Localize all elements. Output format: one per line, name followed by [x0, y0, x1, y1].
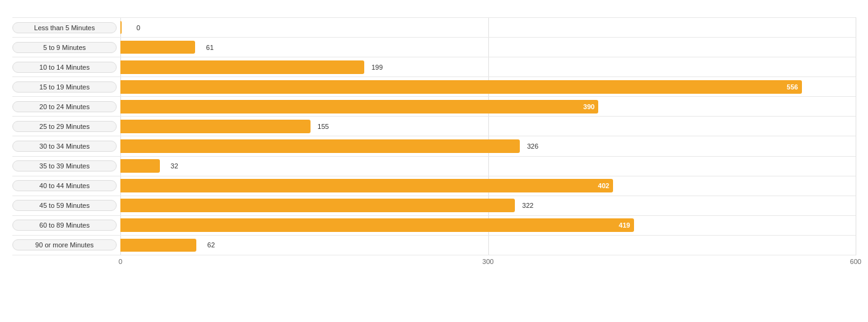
label-pill: 5 to 9 Minutes: [12, 42, 117, 53]
bar-value-inside: 419: [619, 221, 630, 229]
label-row: 30 to 34 Minutes: [12, 136, 120, 156]
bar-value-inside: 402: [598, 182, 609, 189]
bar-value: 61: [206, 44, 214, 51]
x-axis: 0300600: [120, 255, 856, 273]
label-row: 10 to 14 Minutes: [12, 57, 120, 77]
bar-value: 0: [136, 24, 140, 31]
label-pill: 90 or more Minutes: [12, 239, 117, 250]
bar-row: 32: [120, 157, 856, 176]
label-area: Less than 5 Minutes5 to 9 Minutes10 to 1…: [12, 17, 120, 255]
label-row: 15 to 19 Minutes: [12, 77, 120, 97]
label-row: 35 to 39 Minutes: [12, 157, 120, 176]
label-row: 20 to 24 Minutes: [12, 97, 120, 117]
bar-value: 322: [522, 202, 533, 209]
label-pill: 25 to 29 Minutes: [12, 121, 117, 132]
label-pill: Less than 5 Minutes: [12, 22, 117, 33]
bar-value: 62: [207, 241, 215, 249]
x-axis-label: 0: [119, 258, 122, 265]
bar: 402: [120, 179, 613, 192]
bar-row: 390: [120, 97, 856, 117]
bar: 390: [120, 100, 598, 114]
bars-area: 0611995563901553263240232241962: [120, 17, 856, 255]
bar-value: 199: [372, 64, 383, 71]
label-row: 40 to 44 Minutes: [12, 176, 120, 196]
label-row: 90 or more Minutes: [12, 236, 120, 255]
chart-container: Less than 5 Minutes5 to 9 Minutes10 to 1…: [0, 0, 868, 322]
bar: 61: [120, 41, 195, 54]
bar-row: 0: [120, 17, 856, 38]
label-pill: 30 to 34 Minutes: [12, 141, 117, 152]
label-pill: 35 to 39 Minutes: [12, 160, 117, 171]
x-axis-label: 300: [482, 258, 493, 265]
label-pill: 10 to 14 Minutes: [12, 62, 117, 73]
grid-line: [856, 17, 856, 255]
label-row: 45 to 59 Minutes: [12, 196, 120, 216]
bar-row: 322: [120, 196, 856, 216]
bar-value-inside: 556: [787, 83, 798, 91]
bar-row: 419: [120, 216, 856, 236]
bar: 199: [120, 60, 364, 74]
bar: 556: [120, 80, 802, 94]
label-pill: 15 to 19 Minutes: [12, 81, 117, 93]
bar-row: 326: [120, 136, 856, 156]
bar: 322: [120, 199, 515, 212]
label-pill: 60 to 89 Minutes: [12, 220, 117, 231]
label-row: 25 to 29 Minutes: [12, 117, 120, 136]
x-axis-label: 600: [850, 258, 861, 265]
chart-body: Less than 5 Minutes5 to 9 Minutes10 to 1…: [12, 17, 856, 273]
bar-row: 62: [120, 236, 856, 255]
bar-row: 155: [120, 117, 856, 136]
bar: 32: [120, 159, 160, 173]
bar-row: 199: [120, 57, 856, 77]
bar-value: 155: [317, 123, 328, 130]
bar-row: 61: [120, 38, 856, 57]
label-pill: 40 to 44 Minutes: [12, 180, 117, 191]
bar-value: 32: [170, 162, 178, 170]
label-pill: 20 to 24 Minutes: [12, 101, 117, 112]
label-row: Less than 5 Minutes: [12, 17, 120, 38]
bar: 0: [120, 21, 122, 35]
label-pill: 45 to 59 Minutes: [12, 200, 117, 211]
label-row: 60 to 89 Minutes: [12, 216, 120, 236]
bar: 155: [120, 120, 311, 133]
label-row: 5 to 9 Minutes: [12, 38, 120, 57]
bar-value-inside: 390: [583, 103, 595, 110]
bar: 326: [120, 139, 520, 153]
bar-value: 326: [527, 142, 538, 150]
bar-row: 556: [120, 77, 856, 97]
bar-row: 402: [120, 176, 856, 196]
bar: 62: [120, 239, 196, 252]
bar: 419: [120, 218, 634, 232]
